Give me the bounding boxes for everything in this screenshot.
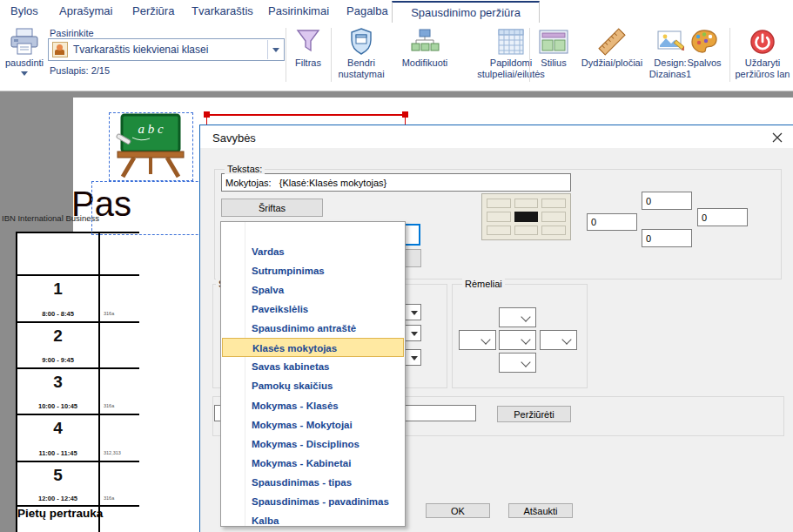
menu-pagalba[interactable]: Pagalba [346, 4, 388, 17]
menu-aprasymai[interactable]: Aprašymai [59, 4, 112, 17]
align-cell[interactable] [541, 212, 566, 221]
dropdown-item[interactable]: Spausdinimas - pavadinimas [221, 492, 405, 511]
toolbar-separator [729, 28, 730, 82]
dropdown-item[interactable]: Mokymas - Klasės [221, 396, 405, 415]
modify-button[interactable]: Modifikuoti [388, 26, 461, 69]
chalkboard-item[interactable]: a b c [109, 112, 193, 181]
combobox-arrow[interactable] [267, 40, 284, 59]
org-chart-icon [388, 26, 461, 57]
cancel-button[interactable]: Atšaukti [508, 503, 573, 518]
shield-icon [333, 26, 389, 57]
menu-bylos[interactable]: Bylos [10, 4, 38, 17]
dropdown-item[interactable]: Vardas [221, 242, 405, 261]
border-bottom-select[interactable] [499, 353, 536, 373]
period-number: 1 [17, 279, 98, 299]
toolbar-separator [529, 28, 530, 82]
period-time: 9:00 - 9:45 [17, 356, 98, 364]
margin-top-field[interactable] [642, 192, 692, 210]
period-number: 4 [17, 419, 98, 438]
print-label: pausdinti [0, 57, 49, 69]
alignment-grid[interactable] [481, 193, 571, 240]
period-time: 11:00 - 11:45 [17, 449, 98, 457]
border-center-select[interactable] [499, 330, 536, 350]
menu-pasirinkimai[interactable]: Pasirinkimai [268, 4, 329, 17]
tab-spausdinimo-perziura[interactable]: Spausdinimo peržiūra [392, 1, 540, 24]
sizes-widths-button[interactable]: Dydžiai/pločiai [575, 26, 649, 69]
column-divider [98, 233, 100, 532]
timetable-grid[interactable]: 1 8:00 - 8:45 316a 2 9:00 - 9:45 3 10:00… [16, 232, 139, 532]
align-cell[interactable] [487, 199, 511, 208]
close-preview-button[interactable]: Uždaryti peržiūros lan [732, 26, 793, 80]
dropdown-item-selected[interactable]: Klasės mokytojas [222, 338, 404, 357]
border-top-select[interactable] [499, 307, 536, 327]
dropdown-item[interactable]: Mokymas - Disciplinos [221, 434, 405, 454]
period-number: 3 [17, 373, 98, 392]
text-field[interactable] [221, 173, 571, 192]
margin-left-field[interactable] [587, 213, 637, 231]
row-divider [17, 461, 139, 462]
room-label: 316a [104, 403, 137, 408]
dropdown-item[interactable]: Spalva [221, 280, 405, 300]
align-cell[interactable] [541, 199, 566, 208]
dropdown-item[interactable]: Sutrumpinimas [221, 261, 405, 280]
room-label: 312,313 [104, 450, 137, 455]
red-selection-top-edge [206, 114, 406, 116]
close-icon[interactable] [770, 131, 784, 145]
margin-bottom-field[interactable] [642, 229, 692, 247]
chalkboard-icon: a b c [110, 166, 191, 181]
lunch-break-label: Pietų pertrauka [17, 507, 100, 520]
border-right-select[interactable] [540, 330, 577, 350]
dropdown-item[interactable]: Spausdinimo antraštė [221, 319, 405, 338]
toolbar-separator [286, 28, 286, 82]
dropdown-item[interactable]: Paveikslėlis [221, 300, 405, 319]
dropdown-item[interactable]: Savas kabinetas [221, 357, 405, 376]
teacher-icon [52, 42, 68, 57]
dialog-titlebar[interactable] [200, 125, 793, 148]
row-divider [17, 414, 139, 415]
borders-group-label: Rėmeliai [462, 279, 505, 289]
select-label: Pasirinkite [50, 28, 94, 38]
dialog-title: Savybės [212, 131, 256, 145]
row-divider [17, 367, 139, 369]
dropdown-item[interactable]: Spausdinimas - tipas [221, 473, 405, 492]
dropdown-item[interactable]: Kalba [221, 511, 405, 530]
align-cell[interactable] [541, 226, 566, 235]
dropdown-item[interactable]: Mokymas - Kabinetai [221, 454, 405, 473]
border-left-select[interactable] [459, 330, 496, 350]
preview-button[interactable]: Peržiūrėti [497, 406, 571, 422]
font-button[interactable]: Šriftas [221, 199, 323, 217]
field-dropdown-menu: Vardas Sutrumpinimas Spalva Paveikslėlis… [220, 221, 406, 527]
align-cell[interactable] [487, 226, 511, 235]
period-number: 2 [17, 327, 98, 346]
power-icon [732, 26, 793, 57]
menu-tvarkarastis[interactable]: Tvarkaraštis [192, 4, 253, 17]
printer-icon [0, 26, 49, 57]
align-cell[interactable] [487, 212, 511, 221]
text-group-label: Tekstas: [225, 164, 265, 174]
align-cell[interactable] [514, 199, 539, 208]
svg-text:a b c: a b c [138, 122, 164, 136]
combobox-value: Tvarkaraštis kiekvienai klasei [73, 44, 208, 56]
period-number: 5 [17, 466, 98, 485]
print-dropdown-caret[interactable] [0, 71, 49, 76]
align-cell-selected[interactable] [514, 212, 539, 221]
menu-perziura[interactable]: Peržiūra [132, 4, 174, 17]
palette-icon [681, 26, 728, 57]
red-selection-left-edge [206, 116, 207, 125]
period-time: 12:00 - 12:45 [17, 495, 98, 502]
style-button[interactable]: Stilius [531, 26, 576, 69]
colors-button[interactable]: Spalvos [681, 26, 728, 69]
toolbar: pausdinti Pasirinkite Tvarkaraštis kiekv… [0, 23, 793, 91]
ok-button[interactable]: OK [426, 503, 490, 518]
timetable-combobox[interactable]: Tvarkaraštis kiekvienai klasei [48, 38, 285, 61]
ruler-icon [575, 26, 649, 57]
period-time: 8:00 - 8:45 [17, 310, 98, 318]
align-cell[interactable] [514, 226, 539, 235]
dropdown-item[interactable]: Pamokų skaičius [221, 376, 405, 395]
filter-button[interactable]: Filtras [287, 26, 329, 69]
margin-right-field[interactable] [697, 208, 748, 226]
room-label: 316a [104, 311, 137, 316]
print-button[interactable]: pausdinti [0, 26, 49, 76]
general-settings-button[interactable]: Bendri nustatymai [333, 26, 389, 80]
dropdown-item[interactable]: Mokymas - Mokytojai [221, 415, 405, 434]
